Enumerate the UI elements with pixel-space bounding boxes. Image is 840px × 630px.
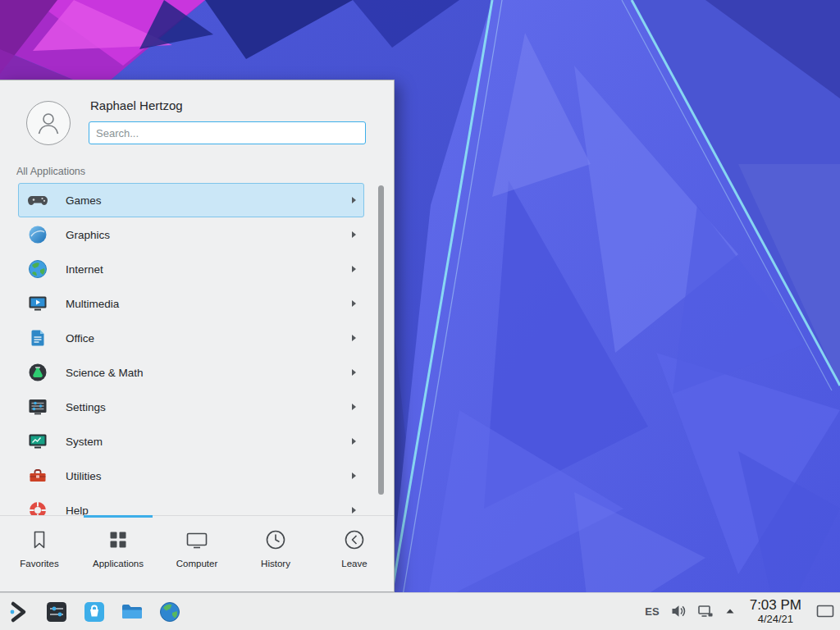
tab-leave[interactable]: Leave bbox=[315, 516, 394, 591]
games-icon bbox=[27, 189, 48, 211]
computer-icon bbox=[185, 527, 209, 552]
taskbar-panel: ES 7:03 PM 4/24/21 bbox=[0, 592, 840, 630]
clock-date: 4/24/21 bbox=[758, 614, 793, 626]
category-settings[interactable]: Settings bbox=[18, 390, 364, 424]
application-launcher-popup: Raphael Hertzog All Applications Games bbox=[0, 80, 395, 592]
submenu-arrow-icon bbox=[352, 369, 356, 376]
application-category-list: Games Graphics bbox=[0, 183, 394, 518]
submenu-arrow-icon bbox=[352, 472, 356, 479]
category-games[interactable]: Games bbox=[18, 183, 364, 217]
submenu-arrow-icon bbox=[352, 404, 356, 410]
category-label: Office bbox=[66, 332, 94, 345]
category-label: Multimedia bbox=[66, 298, 119, 310]
history-icon bbox=[263, 527, 288, 552]
category-office[interactable]: Office bbox=[18, 321, 364, 355]
utilities-icon bbox=[27, 465, 48, 486]
tab-computer[interactable]: Computer bbox=[158, 516, 236, 591]
settings-icon bbox=[27, 396, 48, 418]
submenu-arrow-icon bbox=[352, 335, 356, 341]
volume-icon[interactable] bbox=[670, 603, 687, 619]
submenu-arrow-icon bbox=[352, 197, 356, 203]
category-label: Utilities bbox=[66, 470, 102, 482]
tab-label: Computer bbox=[176, 559, 218, 568]
clock-time: 7:03 PM bbox=[750, 597, 801, 614]
tab-applications[interactable]: Applications bbox=[79, 516, 158, 591]
submenu-arrow-icon bbox=[352, 507, 356, 514]
tab-label: Favorites bbox=[20, 559, 58, 568]
multimedia-icon bbox=[27, 293, 48, 314]
search-input[interactable] bbox=[89, 121, 366, 144]
launcher-header: Raphael Hertzog bbox=[0, 80, 394, 166]
desktop: Raphael Hertzog All Applications Games bbox=[0, 0, 840, 630]
all-applications-label: All Applications bbox=[16, 166, 85, 177]
category-label: Games bbox=[66, 194, 102, 207]
category-graphics[interactable]: Graphics bbox=[18, 217, 364, 252]
digital-clock[interactable]: 7:03 PM 4/24/21 bbox=[750, 597, 801, 625]
tab-history[interactable]: History bbox=[236, 516, 315, 591]
submenu-arrow-icon bbox=[352, 438, 356, 445]
tab-label: Leave bbox=[341, 559, 367, 568]
web-browser-icon[interactable] bbox=[158, 600, 182, 624]
discover-software-center-icon[interactable] bbox=[82, 600, 107, 624]
category-utilities[interactable]: Utilities bbox=[18, 459, 364, 493]
category-label: System bbox=[66, 436, 103, 448]
office-icon bbox=[27, 327, 48, 349]
dolphin-file-manager-icon[interactable] bbox=[120, 600, 144, 624]
tab-favorites[interactable]: Favorites bbox=[0, 516, 79, 591]
avatar[interactable] bbox=[26, 101, 71, 145]
system-settings-launcher-icon[interactable] bbox=[44, 600, 69, 624]
show-desktop-button[interactable] bbox=[815, 603, 835, 619]
submenu-arrow-icon bbox=[352, 266, 356, 272]
list-scrollbar[interactable] bbox=[378, 185, 384, 495]
category-label: Science & Math bbox=[66, 367, 144, 379]
user-icon bbox=[34, 109, 62, 137]
category-science-math[interactable]: Science & Math bbox=[18, 355, 364, 390]
applications-icon bbox=[106, 527, 130, 552]
favorites-icon bbox=[27, 527, 52, 552]
graphics-icon bbox=[27, 224, 48, 245]
launcher-tabbar: Favorites Applications Computer bbox=[0, 515, 394, 591]
category-multimedia[interactable]: Multimedia bbox=[18, 286, 364, 321]
system-icon bbox=[27, 431, 48, 452]
category-label: Graphics bbox=[66, 229, 110, 241]
category-internet[interactable]: Internet bbox=[18, 252, 364, 286]
tab-label: History bbox=[261, 559, 290, 568]
category-label: Internet bbox=[66, 263, 103, 276]
leave-icon bbox=[342, 527, 367, 552]
category-label: Settings bbox=[66, 401, 106, 413]
tab-label: Applications bbox=[93, 559, 144, 568]
system-tray: ES 7:03 PM 4/24/21 bbox=[645, 597, 840, 625]
submenu-arrow-icon bbox=[352, 231, 356, 238]
internet-icon bbox=[27, 258, 48, 280]
expand-tray-caret-icon[interactable] bbox=[724, 605, 736, 617]
science-icon bbox=[27, 362, 48, 383]
category-system[interactable]: System bbox=[18, 424, 364, 459]
keyboard-layout-indicator[interactable]: ES bbox=[645, 605, 659, 618]
user-name: Raphael Hertzog bbox=[90, 98, 183, 112]
taskbar-launchers bbox=[0, 600, 182, 624]
submenu-arrow-icon bbox=[352, 300, 356, 307]
category-help[interactable]: Help bbox=[18, 493, 364, 518]
network-icon[interactable] bbox=[697, 603, 714, 619]
application-launcher-button[interactable] bbox=[7, 600, 31, 624]
